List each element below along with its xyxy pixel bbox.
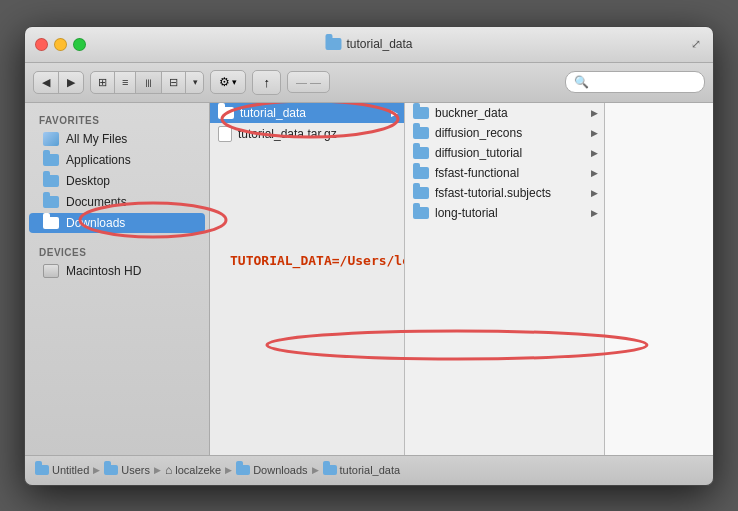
- item-label: tutorial_data.tar.gz: [238, 127, 337, 141]
- folder-icon: [323, 465, 337, 475]
- hd-icon: [43, 264, 59, 278]
- folder-icon: [413, 207, 429, 219]
- folder-icon: [104, 465, 118, 475]
- sidebar-item-documents[interactable]: Documents: [29, 192, 205, 212]
- view-buttons: ⊞ ≡ ⫼ ⊟ ▾: [90, 71, 204, 94]
- cover-view-button[interactable]: ⊟: [161, 72, 185, 93]
- tutorial-path-text: TUTORIAL_DATA=/Users/localzeke/Downloads…: [210, 245, 404, 276]
- maximize-button[interactable]: [73, 38, 86, 51]
- downloads-icon: [43, 217, 59, 229]
- expand-arrow: ▶: [591, 148, 598, 158]
- item-label: fsfast-functional: [435, 166, 519, 180]
- sidebar-item-applications[interactable]: Applications: [29, 150, 205, 170]
- folder-icon: [218, 107, 234, 119]
- icon-view-button[interactable]: ⊞: [91, 72, 114, 93]
- column-2: buckner_data ▶ diffusion_recons ▶ diffus…: [405, 103, 605, 455]
- content-pane: tutorial_data ▶ tutorial_data.tar.gz TUT…: [210, 103, 713, 455]
- list-item[interactable]: long-tutorial ▶: [405, 203, 604, 223]
- path-label: Downloads: [253, 464, 307, 476]
- sidebar-item-label: Applications: [66, 153, 131, 167]
- expand-arrow: ▶: [591, 168, 598, 178]
- sidebar-item-all-my-files[interactable]: All My Files: [29, 129, 205, 149]
- item-label: buckner_data: [435, 106, 508, 120]
- path-item-downloads[interactable]: Downloads: [236, 464, 307, 476]
- list-item[interactable]: fsfast-functional ▶: [405, 163, 604, 183]
- window-title: tutorial_data: [325, 37, 412, 51]
- path-item-localzeke[interactable]: ⌂ localzeke: [165, 463, 221, 477]
- path-item-untitled[interactable]: Untitled: [35, 464, 89, 476]
- sidebar-item-label: Desktop: [66, 174, 110, 188]
- list-view-button[interactable]: ≡: [114, 72, 135, 93]
- documents-icon: [43, 196, 59, 208]
- search-icon: 🔍: [574, 75, 589, 89]
- folder-icon: [413, 127, 429, 139]
- file-icon: [218, 126, 232, 142]
- minimize-button[interactable]: [54, 38, 67, 51]
- sidebar-item-macintosh-hd[interactable]: Macintosh HD: [29, 261, 205, 281]
- sidebar-item-desktop[interactable]: Desktop: [29, 171, 205, 191]
- sidebar-item-label: Macintosh HD: [66, 264, 141, 278]
- path-label: tutorial_data: [340, 464, 401, 476]
- statusbar: Untitled ▶ Users ▶ ⌂ localzeke ▶ Downloa…: [25, 455, 713, 485]
- expand-arrow: ▶: [591, 188, 598, 198]
- folder-icon: [413, 107, 429, 119]
- action-button[interactable]: ⚙ ▾: [210, 70, 246, 94]
- resize-button[interactable]: ⤢: [689, 37, 703, 51]
- main-area: FAVORITES All My Files Applications Desk…: [25, 103, 713, 455]
- folder-icon: [413, 167, 429, 179]
- share-icon: ↑: [263, 75, 270, 90]
- path-separator: ▶: [154, 465, 161, 475]
- expand-arrow: ▶: [591, 128, 598, 138]
- path-label: Users: [121, 464, 150, 476]
- folder-icon: [413, 187, 429, 199]
- desktop-icon: [43, 175, 59, 187]
- list-item[interactable]: diffusion_recons ▶: [405, 123, 604, 143]
- info-icon: — —: [296, 76, 321, 88]
- path-item-tutorial-data[interactable]: tutorial_data: [323, 464, 401, 476]
- search-box[interactable]: 🔍: [565, 71, 705, 93]
- nav-buttons: ◀ ▶: [33, 71, 84, 94]
- list-item[interactable]: fsfast-tutorial.subjects ▶: [405, 183, 604, 203]
- folder-icon: [236, 465, 250, 475]
- column-view-icon: ⫼: [143, 76, 154, 88]
- gear-icon: ⚙: [219, 75, 230, 89]
- all-files-icon: [43, 132, 59, 146]
- info-button[interactable]: — —: [287, 71, 330, 93]
- traffic-lights: [35, 38, 86, 51]
- path-label: localzeke: [175, 464, 221, 476]
- list-item[interactable]: buckner_data ▶: [405, 103, 604, 123]
- share-button[interactable]: ↑: [252, 70, 281, 95]
- list-view-icon: ≡: [122, 76, 128, 88]
- sidebar-item-label: Downloads: [66, 216, 125, 230]
- cover-view-icon: ⊟: [169, 76, 178, 89]
- applications-icon: [43, 154, 59, 166]
- close-button[interactable]: [35, 38, 48, 51]
- column-1: tutorial_data ▶ tutorial_data.tar.gz TUT…: [210, 103, 405, 455]
- item-label: fsfast-tutorial.subjects: [435, 186, 551, 200]
- column-3: [605, 103, 713, 455]
- folder-icon: [413, 147, 429, 159]
- item-label: diffusion_recons: [435, 126, 522, 140]
- home-icon: ⌂: [165, 463, 172, 477]
- back-button[interactable]: ◀: [34, 72, 58, 93]
- path-annotation: TUTORIAL_DATA=/Users/localzeke/Downloads…: [210, 245, 404, 276]
- list-item[interactable]: tutorial_data.tar.gz: [210, 123, 404, 145]
- devices-label: DEVICES: [25, 243, 209, 260]
- sidebar-item-downloads[interactable]: Downloads: [29, 213, 205, 233]
- list-item[interactable]: diffusion_tutorial ▶: [405, 143, 604, 163]
- path-separator: ▶: [312, 465, 319, 475]
- view-dropdown-button[interactable]: ▾: [185, 72, 203, 93]
- list-item[interactable]: tutorial_data ▶: [210, 103, 404, 123]
- forward-button[interactable]: ▶: [58, 72, 83, 93]
- path-separator: ▶: [93, 465, 100, 475]
- favorites-label: FAVORITES: [25, 111, 209, 128]
- path-item-users[interactable]: Users: [104, 464, 150, 476]
- title-folder-icon: [325, 38, 341, 50]
- icon-view-icon: ⊞: [98, 76, 107, 89]
- sidebar-item-label: Documents: [66, 195, 127, 209]
- expand-arrow: ▶: [391, 108, 398, 118]
- folder-icon: [35, 465, 49, 475]
- action-dropdown-icon: ▾: [232, 77, 237, 87]
- column-view-button[interactable]: ⫼: [135, 72, 161, 93]
- item-label: tutorial_data: [240, 106, 306, 120]
